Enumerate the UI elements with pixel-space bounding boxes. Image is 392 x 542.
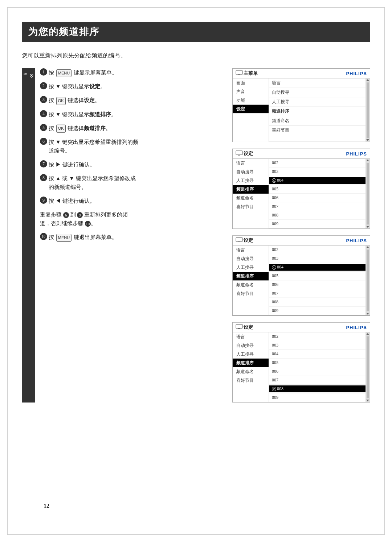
- step-text-4: 按 ▼ 键突出显示频道排序。: [49, 110, 117, 119]
- main-layout: ※# 1 按 MENU 键显示屏幕菜单。 2 按 ▼ 键突出显示设定。 3 按 …: [22, 68, 370, 403]
- tv-left-menu-2: 语言 自动搜寻 人工搜寻 频道排序 频道命名 喜好节目: [233, 159, 269, 228]
- r2-008: 008: [269, 211, 366, 220]
- tv-screen-1: 主菜单 PHILIPS 画面 声音 功能 设定 语言 自动搜寻: [232, 68, 370, 142]
- panel-row-fav-1: 喜好节目: [269, 126, 366, 135]
- r4-006: 006: [269, 367, 366, 376]
- menu-item-sort-3: 频道排序: [233, 272, 269, 280]
- r2-007: 007: [269, 202, 366, 211]
- scroll-up-2: [366, 159, 369, 161]
- r4-009: 009: [269, 393, 366, 402]
- title-bar: 为您的频道排序: [22, 22, 370, 42]
- tv-header-1: 主菜单 PHILIPS: [233, 69, 370, 78]
- step-4: 4 按 ▼ 键突出显示频道排序。: [40, 110, 221, 119]
- menu-item-lang-2: 语言: [233, 159, 269, 167]
- scroll-up-3: [366, 246, 369, 248]
- menu-item-fav-4: 喜好节目: [233, 376, 269, 385]
- scrollbar-2: [366, 159, 370, 228]
- step-num-8: 8: [40, 174, 47, 181]
- step-num-4: 4: [40, 110, 47, 117]
- svg-rect-0: [236, 70, 242, 74]
- menu-item-fav-2: 喜好节目: [233, 202, 269, 211]
- r3-003: 003: [269, 254, 366, 263]
- menu-item-name-3: 频道命名: [233, 280, 269, 289]
- step-num-5: 5: [40, 124, 47, 131]
- svg-rect-6: [236, 324, 242, 328]
- scroll-up-1: [366, 79, 369, 81]
- menu-item-blank2: [233, 120, 269, 126]
- step-text-5: 按 OK 键选择频道排序。: [49, 124, 111, 133]
- r2-009: 009: [269, 220, 366, 228]
- menu-item-name-4: 频道命名: [233, 367, 269, 376]
- r4-005: 005: [269, 359, 366, 367]
- step-2: 2 按 ▼ 键突出显示设定。: [40, 82, 221, 91]
- menu-item-fav-3: 喜好节目: [233, 289, 269, 298]
- tv-header-3: 设定 PHILIPS: [233, 236, 370, 246]
- tv-screen-2: 设定 PHILIPS 语言 自动搜寻 人工搜寻 频道排序 频道命名 喜好节目 0…: [232, 149, 370, 229]
- menu-item-settings: 设定: [233, 105, 269, 113]
- intro-text: 您可以重新排列原先分配给频道的编号。: [22, 52, 370, 60]
- right-col: 主菜单 PHILIPS 画面 声音 功能 设定 语言 自动搜寻: [232, 68, 370, 403]
- philips-logo-4: PHILIPS: [346, 325, 367, 330]
- r2-006: 006: [269, 194, 366, 202]
- page-content: 为您的频道排序 您可以重新排列原先分配给频道的编号。 ※# 1 按 MENU 键…: [22, 22, 370, 520]
- menu-item-auto-2: 自动搜寻: [233, 167, 269, 176]
- page-title: 为您的频道排序: [28, 25, 99, 38]
- menu-item-auto-4: 自动搜寻: [233, 341, 269, 350]
- menu-title-3: 设定: [244, 237, 253, 244]
- tv-right-panel-4: 002 003 004 005 006 007 ⊙008 009: [269, 332, 366, 402]
- r4-002: 002: [269, 332, 366, 341]
- step-text-7: 按 ▶ 键进行确认。: [49, 160, 95, 169]
- step-num-9: 9: [40, 197, 47, 204]
- step-text-8: 按 ▲ 或 ▼ 键突出显示您希望修改成的新频道编号。: [49, 174, 136, 191]
- step-10: 10 按 MENU 键退出屏幕菜单。: [40, 233, 221, 242]
- r4-007: 007: [269, 376, 366, 385]
- r3-007: 007: [269, 289, 366, 298]
- menu-item-picture: 画面: [233, 78, 269, 87]
- steps-col: 1 按 MENU 键显示屏幕菜单。 2 按 ▼ 键突出显示设定。 3 按 OK …: [35, 68, 221, 403]
- menu-item-blank1: [233, 113, 269, 120]
- scrollbar-1: [366, 78, 370, 142]
- panel-row-manual-1: 人工搜寻: [269, 97, 366, 107]
- step-1: 1 按 MENU 键显示屏幕菜单。: [40, 68, 221, 77]
- tv-right-panel-2: 002 003 ⊙004 005 006 007 008 009: [269, 159, 366, 228]
- step-num-3: 3: [40, 96, 47, 103]
- svg-rect-2: [236, 151, 242, 155]
- tv-body-4: 语言 自动搜寻 人工搜寻 频道排序 频道命名 喜好节目 002 003 004 …: [233, 332, 370, 402]
- r3-009: 009: [269, 307, 366, 315]
- tv-screen-3: 设定 PHILIPS 语言 自动搜寻 人工搜寻 频道排序 频道命名 喜好节目 0…: [232, 235, 370, 316]
- tv-left-menu-1: 画面 声音 功能 设定: [233, 78, 269, 142]
- r3-004: ◁004: [269, 263, 366, 272]
- page-number: 12: [44, 503, 49, 509]
- panel-row-lang-1: 语言: [269, 78, 366, 88]
- step-5: 5 按 OK 键选择频道排序。: [40, 124, 221, 133]
- r4-008: ⊙008: [269, 385, 366, 393]
- menu-item-manual-2: 人工搜寻: [233, 176, 269, 185]
- svg-rect-5: [238, 242, 240, 242]
- step-8: 8 按 ▲ 或 ▼ 键突出显示您希望修改成的新频道编号。: [40, 174, 221, 191]
- tv-header-2: 设定 PHILIPS: [233, 149, 370, 159]
- menu-item-sort-2: 频道排序: [233, 185, 269, 194]
- step-text-10: 按 MENU 键退出屏幕菜单。: [49, 233, 117, 242]
- step-text-repeat: 重复步骤 6 到 9 重新排列更多的频道，否则继续步骤 10。: [40, 210, 128, 228]
- scroll-down-3: [366, 313, 369, 315]
- menu-item-name-2: 频道命名: [233, 194, 269, 202]
- r3-006: 006: [269, 280, 366, 289]
- menu-item-lang-4: 语言: [233, 332, 269, 341]
- scroll-down-4: [366, 400, 369, 401]
- step-num-6: 6: [40, 138, 47, 145]
- step-repeat: 重复步骤 6 到 9 重新排列更多的频道，否则继续步骤 10。: [40, 210, 221, 228]
- tv-body-2: 语言 自动搜寻 人工搜寻 频道排序 频道命名 喜好节目 002 003 ⊙004: [233, 159, 370, 228]
- step-num-7: 7: [40, 160, 47, 167]
- step-6: 6 按 ▼ 键突出显示您希望重新排列的频道编号。: [40, 138, 221, 155]
- menu-item-auto-3: 自动搜寻: [233, 254, 269, 263]
- r2-002: 002: [269, 159, 366, 167]
- scroll-down-1: [366, 139, 369, 141]
- menu-item-sound: 声音: [233, 87, 269, 96]
- menu-item-manual-4: 人工搜寻: [233, 350, 269, 359]
- r2-003: 003: [269, 167, 366, 176]
- step-9: 9 按 ◀ 键进行确认。: [40, 197, 221, 205]
- panel-row-sort-1: 频道排序: [269, 107, 366, 116]
- svg-rect-4: [236, 238, 242, 242]
- menu-item-function: 功能: [233, 96, 269, 105]
- step-num-1: 1: [40, 68, 47, 76]
